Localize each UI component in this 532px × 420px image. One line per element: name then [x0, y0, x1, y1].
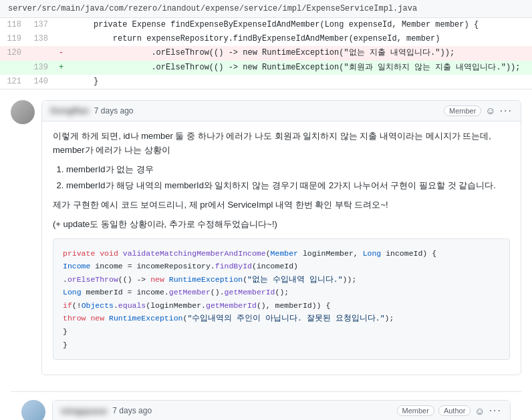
member-badge-1: Member	[444, 106, 481, 116]
comment-block-1: GongRae 7 days ago Member ☺ ··· 이렇게 하게 되…	[11, 100, 521, 375]
filepath-text: server/src/main/java/com/rezero/inandout…	[8, 4, 417, 13]
comment-header-2: mingqueue 7 days ago Member Author ☺ ···	[53, 401, 510, 420]
line-num-old: 120	[0, 46, 27, 60]
comment-header-1: GongRae 7 days ago Member ☺ ···	[42, 101, 521, 122]
comment-block-2: mingqueue 7 days ago Member Author ☺ ···…	[11, 391, 521, 420]
line-num-new: 137	[27, 18, 53, 32]
comment-para-2: 제가 구현한 예시 코드 보여드리니, 제 pr에서 ServiceImpl 내…	[53, 198, 510, 212]
comment-author-1: GongRae	[50, 106, 89, 116]
line-num-old	[0, 61, 27, 75]
comment-para-3: (+ update도 동일한 상황이라, 추가로 수정해두었습니다~!)	[53, 218, 510, 232]
diff-code: .orElseThrow(() -> new RuntimeException(…	[69, 61, 532, 75]
diff-row: 118137 private Expense findExpenseByExpe…	[0, 18, 532, 32]
diff-marker: +	[53, 61, 69, 75]
code-block-1: private void validateMatchingMemberAndIn…	[53, 238, 510, 360]
comment-actions-2[interactable]: Member Author ☺ ···	[397, 405, 502, 417]
comment-content-1: 이렇게 하게 되면, id나 member 둘 중 하나가 에러가 나도 회원과…	[42, 122, 521, 375]
smiley-icon-2[interactable]: ☺	[475, 405, 485, 417]
comment-body-2: mingqueue 7 days ago Member Author ☺ ···…	[52, 400, 511, 420]
comment-meta-2: mingqueue 7 days ago	[61, 406, 152, 416]
line-num-old: 119	[0, 32, 27, 46]
line-num-new	[27, 46, 53, 60]
diff-row: 120- .orElseThrow(() -> new RuntimeExcep…	[0, 46, 532, 60]
more-icon-1[interactable]: ···	[500, 105, 513, 117]
avatar-image-2	[21, 400, 45, 420]
diff-marker	[53, 32, 69, 46]
list-item-2: memberId가 해당 내역의 memberId와 일치하지 않는 경우기 때…	[66, 179, 510, 193]
comment-actions-1[interactable]: Member ☺ ···	[444, 105, 513, 117]
comment-author-2: mingqueue	[61, 406, 107, 416]
line-num-new: 140	[27, 75, 53, 89]
diff-row: 139+ .orElseThrow(() -> new RuntimeExcep…	[0, 61, 532, 75]
diff-row: 119138 return expenseRepository.findByEx…	[0, 32, 532, 46]
list-item-1: memberId가 없는 경우	[66, 163, 510, 177]
comment-meta-1: GongRae 7 days ago	[50, 106, 134, 116]
author-badge-2: Author	[438, 405, 471, 416]
avatar-1	[11, 100, 35, 124]
diff-table: 118137 private Expense findExpenseByExpe…	[0, 18, 532, 89]
smiley-icon-1[interactable]: ☺	[485, 105, 495, 116]
line-num-new: 139	[27, 61, 53, 75]
line-num-new: 138	[27, 32, 53, 46]
avatar-2	[21, 400, 45, 420]
diff-code: return expenseRepository.findByExpenseId…	[69, 32, 532, 46]
diff-marker: -	[53, 46, 69, 60]
comment-list-1: memberId가 없는 경우 memberId가 해당 내역의 memberI…	[66, 163, 510, 194]
comment-body-1: GongRae 7 days ago Member ☺ ··· 이렇게 하게 되…	[41, 100, 521, 375]
comment-time-1: 7 days ago	[94, 106, 134, 116]
diff-code: private Expense findExpenseByExpenseIdAn…	[69, 18, 532, 32]
diff-row: 121140 }	[0, 75, 532, 89]
diff-marker	[53, 18, 69, 32]
line-num-old: 121	[0, 75, 27, 89]
line-num-old: 118	[0, 18, 27, 32]
diff-code: .orElseThrow(() -> new RuntimeException(…	[69, 46, 532, 60]
diff-marker	[53, 75, 69, 89]
comment-section: GongRae 7 days ago Member ☺ ··· 이렇게 하게 되…	[0, 89, 532, 420]
comment-time-2: 7 days ago	[112, 406, 152, 415]
member-badge-2: Member	[397, 405, 434, 416]
avatar-image-1	[11, 100, 35, 124]
diff-code: }	[69, 75, 532, 89]
filepath-bar: server/src/main/java/com/rezero/inandout…	[0, 0, 532, 18]
more-icon-2[interactable]: ···	[489, 405, 502, 417]
comment-para-1: 이렇게 하게 되면, id나 member 둘 중 하나가 에러가 나도 회원과…	[53, 130, 510, 158]
